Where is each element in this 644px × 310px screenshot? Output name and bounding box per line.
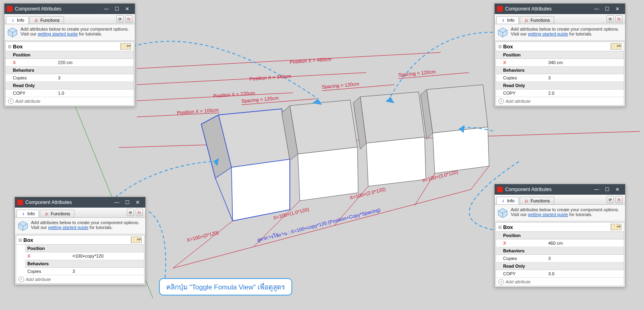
add-attribute-row[interactable]: +Add attribute: [496, 278, 624, 286]
minimize-button[interactable]: —: [111, 197, 122, 208]
getting-started-link[interactable]: getting started guide: [528, 212, 568, 217]
attr-copies-label[interactable]: Copies: [6, 74, 56, 81]
collapse-toggle[interactable]: ⊟: [19, 238, 23, 242]
titlebar[interactable]: Component Attributes — ☐ ✕: [495, 4, 625, 14]
section-position: Position: [496, 232, 624, 239]
refresh-button[interactable]: ⟳: [127, 209, 134, 216]
maximize-button[interactable]: ☐: [111, 4, 122, 14]
attr-x-value[interactable]: 340 cm: [546, 59, 624, 66]
tab-functions[interactable]: fxFunctions: [29, 16, 64, 24]
attr-copy-label[interactable]: COPY: [6, 89, 56, 97]
attr-copy-label[interactable]: COPY: [496, 270, 546, 277]
component-attributes-panel-4[interactable]: Component Attributes — ☐ ✕ iInfo fxFunct…: [494, 184, 625, 287]
sketchup-icon: [7, 6, 12, 12]
units-badge[interactable]: cm: [120, 43, 131, 50]
attr-copies-label[interactable]: Copies: [25, 268, 70, 275]
add-attribute-row[interactable]: +Add attribute: [496, 97, 624, 105]
units-badge[interactable]: cm: [611, 224, 621, 230]
svg-line-24: [173, 221, 233, 268]
tab-info[interactable]: iInfo: [6, 16, 29, 24]
minimize-button[interactable]: —: [591, 4, 602, 14]
component-attributes-panel-2[interactable]: Component Attributes — ☐ ✕ iInfo fxFunct…: [494, 3, 625, 107]
component-name[interactable]: Box: [13, 44, 23, 50]
tab-bar: iInfo fxFunctions ⟳ fx: [4, 14, 135, 24]
section-behaviors: Behaviors: [496, 247, 624, 255]
collapse-toggle[interactable]: ⊟: [498, 225, 503, 229]
attr-x-label[interactable]: X: [496, 59, 546, 66]
maximize-button[interactable]: ☐: [122, 197, 132, 208]
maximize-button[interactable]: ☐: [602, 184, 612, 195]
toggle-formula-button[interactable]: fx: [136, 209, 143, 216]
attr-copies-label[interactable]: Copies: [496, 74, 546, 81]
maximize-button[interactable]: ☐: [602, 4, 612, 14]
callout-toggle-formula: คลิกปุ่ม "Toggle Fomula View" เพื่อดูสูต…: [159, 278, 292, 295]
sketchup-icon: [17, 200, 23, 205]
getting-started-link[interactable]: getting started guide: [48, 225, 89, 230]
component-attributes-panel-3[interactable]: Component Attributes — ☐ ✕ iInfo fxFunct…: [14, 197, 146, 285]
toggle-formula-button[interactable]: fx: [615, 196, 623, 203]
toggle-formula-button[interactable]: fx: [615, 15, 623, 23]
attr-x-value[interactable]: 460 cm: [546, 239, 624, 247]
attribute-grid: ⊟ Box cm Position X220 cm Behaviors Copi…: [5, 42, 134, 106]
attr-x-label[interactable]: X: [25, 252, 70, 260]
tab-info[interactable]: iInfo: [17, 210, 39, 217]
attr-x-label[interactable]: X: [6, 59, 56, 66]
close-button[interactable]: ✕: [612, 184, 623, 195]
add-attribute-row[interactable]: +Add attribute: [6, 97, 134, 105]
close-button[interactable]: ✕: [612, 4, 623, 14]
attr-copy-value[interactable]: 2.0: [546, 89, 624, 97]
component-name[interactable]: Box: [503, 224, 513, 230]
plus-icon: +: [498, 279, 504, 285]
titlebar[interactable]: Component Attributes — ☐ ✕: [4, 4, 135, 14]
tab-functions[interactable]: fxFunctions: [40, 210, 74, 217]
component-name[interactable]: Box: [23, 237, 33, 243]
attr-x-label[interactable]: X: [496, 239, 546, 247]
component-attributes-panel-1[interactable]: Component Attributes — ☐ ✕ iInfo fxFunct…: [4, 3, 135, 107]
attr-copies-value[interactable]: 3: [546, 74, 624, 81]
collapse-toggle[interactable]: ⊟: [498, 44, 503, 49]
svg-marker-7: [290, 100, 357, 154]
section-readonly: Read Only: [6, 82, 134, 89]
attr-x-formula[interactable]: =100+copy*120: [70, 252, 144, 260]
attr-copy-value[interactable]: 3.0: [546, 270, 624, 277]
attr-copies-label[interactable]: Copies: [496, 255, 546, 262]
units-badge[interactable]: cm: [131, 237, 142, 243]
close-button[interactable]: ✕: [132, 197, 143, 208]
tab-functions[interactable]: fxFunctions: [520, 197, 554, 204]
fx-icon: fx: [34, 18, 39, 23]
getting-started-link[interactable]: getting started guide: [528, 31, 568, 36]
svg-line-23: [173, 189, 471, 268]
label-pos-1: Position X = 100cm: [177, 107, 219, 116]
refresh-button[interactable]: ⟳: [116, 15, 124, 23]
window-title: Component Attributes: [25, 200, 72, 205]
component-name[interactable]: Box: [503, 44, 513, 50]
refresh-button[interactable]: ⟳: [607, 15, 614, 23]
close-button[interactable]: ✕: [122, 4, 132, 14]
tab-functions[interactable]: fxFunctions: [520, 16, 554, 24]
svg-marker-11: [366, 137, 426, 186]
section-readonly: Read Only: [496, 82, 624, 89]
getting-started-link[interactable]: getting started guide: [38, 31, 78, 36]
titlebar[interactable]: Component Attributes — ☐ ✕: [15, 197, 145, 208]
titlebar[interactable]: Component Attributes — ☐ ✕: [495, 184, 625, 195]
attr-copy-value[interactable]: 1.0: [56, 89, 134, 97]
fx-icon: fx: [44, 211, 49, 216]
section-readonly: Read Only: [496, 262, 624, 270]
minimize-button[interactable]: —: [591, 184, 602, 195]
attr-copies-value[interactable]: 3: [70, 268, 144, 275]
toggle-formula-button[interactable]: fx: [125, 15, 132, 23]
attr-copies-value[interactable]: 3: [546, 255, 624, 262]
tab-info[interactable]: iInfo: [496, 16, 519, 24]
info-icon: i: [501, 198, 506, 203]
attr-x-value[interactable]: 220 cm: [56, 59, 134, 66]
add-attribute-row[interactable]: +Add attribute: [16, 275, 144, 283]
minimize-button[interactable]: —: [101, 4, 111, 14]
tab-info[interactable]: iInfo: [496, 197, 519, 204]
refresh-button[interactable]: ⟳: [607, 196, 614, 203]
attr-copies-value[interactable]: 3: [56, 74, 134, 81]
section-position: Position: [25, 245, 144, 252]
sketchup-icon: [497, 187, 503, 192]
collapse-toggle[interactable]: ⊟: [8, 44, 13, 49]
units-badge[interactable]: cm: [611, 43, 621, 50]
attr-copy-label[interactable]: COPY: [496, 89, 546, 97]
